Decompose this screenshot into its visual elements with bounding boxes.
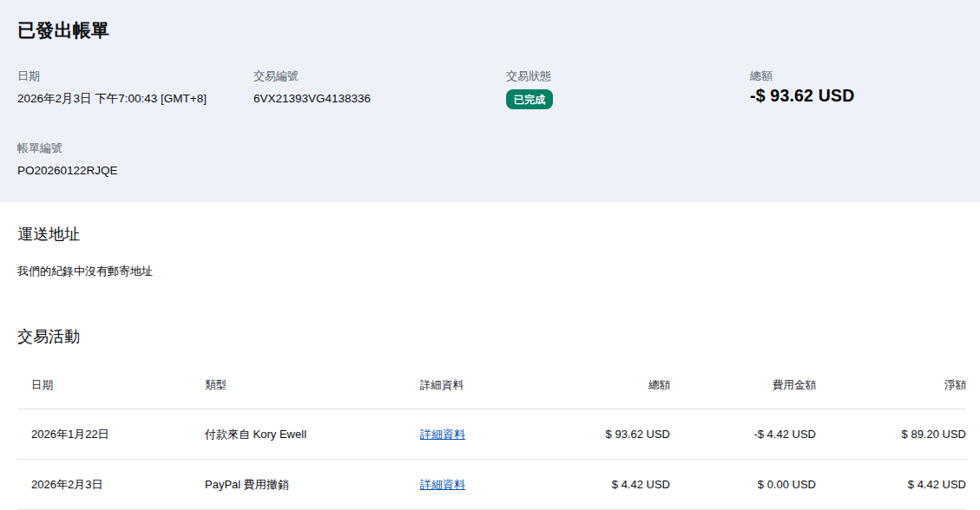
- column-header-type: 類型: [205, 378, 420, 392]
- cell-fee: $ 0.00 USD: [670, 477, 816, 492]
- transaction-activity-heading: 交易活動: [17, 326, 966, 347]
- invoice-number-label: 帳單編號: [17, 141, 963, 155]
- cell-gross: $ 4.42 USD: [524, 477, 670, 492]
- activity-table: 日期 類型 詳細資料 總額 費用金額 淨額 2026年1月22日 付款來自 Ko…: [17, 347, 966, 510]
- field-transaction-status: 交易狀態 已完成: [506, 69, 750, 109]
- cell-date: 2026年2月3日: [17, 477, 205, 492]
- cell-type: PayPal 費用撤銷: [205, 477, 420, 492]
- column-header-fee: 費用金額: [670, 378, 816, 392]
- shipping-address-message: 我們的紀錄中沒有郵寄地址: [17, 264, 963, 278]
- table-row: 2026年2月3日 PayPal 費用撤銷 詳細資料 $ 4.42 USD $ …: [17, 460, 966, 510]
- column-header-net: 淨額: [816, 378, 966, 392]
- column-header-date: 日期: [17, 378, 205, 392]
- cell-date: 2026年1月22日: [17, 427, 205, 441]
- cell-fee: -$ 4.42 USD: [670, 427, 816, 441]
- shipping-address-section: 運送地址 我們的紀錄中沒有郵寄地址: [0, 202, 980, 278]
- transaction-status-label: 交易狀態: [506, 69, 750, 83]
- cell-net: $ 4.42 USD: [816, 477, 966, 492]
- date-label: 日期: [17, 69, 253, 83]
- cell-gross: $ 93.62 USD: [524, 427, 670, 441]
- transaction-summary-section: 已發出帳單 日期 2026年2月3日 下午7:00:43 [GMT+8] 交易編…: [0, 0, 980, 202]
- cell-details: 詳細資料: [420, 427, 524, 441]
- transaction-id-value: 6VX21393VG4138336: [253, 91, 506, 107]
- page-title: 已發出帳單: [17, 18, 963, 42]
- date-value: 2026年2月3日 下午7:00:43 [GMT+8]: [17, 91, 253, 107]
- cell-type: 付款來自 Kory Ewell: [205, 427, 420, 441]
- field-date: 日期 2026年2月3日 下午7:00:43 [GMT+8]: [17, 69, 253, 109]
- transaction-id-label: 交易編號: [253, 69, 506, 83]
- status-badge: 已完成: [506, 89, 553, 109]
- shipping-address-heading: 運送地址: [17, 224, 963, 245]
- total-amount-value: -$ 93.62 USD: [750, 88, 963, 103]
- summary-fields: 日期 2026年2月3日 下午7:00:43 [GMT+8] 交易編號 6VX2…: [17, 69, 963, 109]
- table-row: 2026年1月22日 付款來自 Kory Ewell 詳細資料 $ 93.62 …: [17, 409, 966, 460]
- details-link[interactable]: 詳細資料: [420, 428, 465, 441]
- field-invoice-number: 帳單編號 PO20260122RJQE: [17, 141, 963, 179]
- cell-details: 詳細資料: [420, 477, 524, 492]
- total-amount-label: 總額: [750, 69, 963, 83]
- activity-table-header: 日期 類型 詳細資料 總額 費用金額 淨額: [17, 347, 966, 409]
- field-total-amount: 總額 -$ 93.62 USD: [750, 69, 963, 109]
- transaction-activity-section: 交易活動 日期 類型 詳細資料 總額 費用金額 淨額 2026年1月22日 付款…: [0, 278, 980, 510]
- cell-net: $ 89.20 USD: [816, 427, 966, 441]
- column-header-details: 詳細資料: [420, 378, 524, 392]
- details-link[interactable]: 詳細資料: [420, 478, 465, 491]
- invoice-number-value: PO20260122RJQE: [17, 163, 963, 179]
- column-header-gross: 總額: [524, 378, 670, 392]
- field-transaction-id: 交易編號 6VX21393VG4138336: [253, 69, 506, 109]
